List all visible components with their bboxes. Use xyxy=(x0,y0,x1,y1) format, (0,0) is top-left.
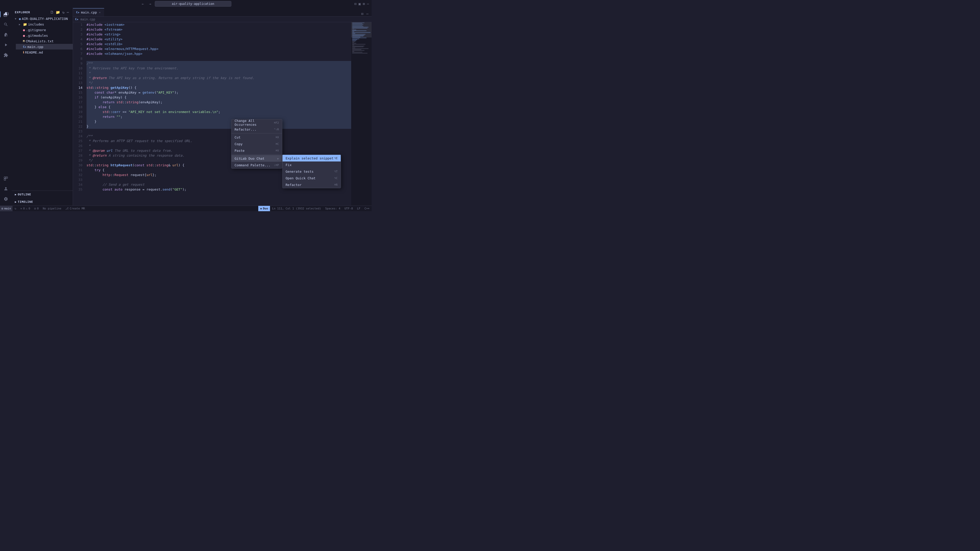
collapse-icon[interactable]: ⋯ xyxy=(66,10,70,15)
spaces-status[interactable]: Spaces: 4 xyxy=(323,206,342,211)
svg-rect-0 xyxy=(4,177,6,178)
split-editor-button[interactable]: ⊟ xyxy=(360,11,364,16)
sidebar-bottom: ▶ OUTLINE ▶ TIMELINE xyxy=(12,191,73,206)
submenu-fix[interactable]: Fix xyxy=(283,162,341,168)
sidebar-item-cmake[interactable]: ▶ M CMakeLists.txt xyxy=(16,38,73,44)
tab-file-icon: C+ xyxy=(76,11,80,14)
duo-label: Duo xyxy=(263,207,268,210)
create-mr-status[interactable]: ⎇ Create MR xyxy=(63,206,87,211)
sidebar-item-includes[interactable]: ▶ 📁 includes xyxy=(16,21,73,27)
menu-label: Change All Occurrences xyxy=(234,119,274,127)
layout-icon[interactable]: ▣ xyxy=(359,2,361,6)
includes-label: includes xyxy=(28,22,71,26)
more-icon[interactable]: ⋯ xyxy=(367,2,369,6)
code-wrapper: 1 2 3 4 5 6 7 8 9 10 11 12 13 14 15 16 1… xyxy=(73,22,372,206)
menu-command-palette[interactable]: Command Palette... ⇧⌘P xyxy=(231,162,282,168)
outline-section: ▶ OUTLINE xyxy=(12,191,73,198)
menu-shortcut: ⌘F2 xyxy=(274,121,279,124)
activity-remote[interactable] xyxy=(1,174,11,183)
menu-paste[interactable]: Paste ⌘V xyxy=(231,147,282,154)
breadcrumb-filename[interactable]: main.cpp xyxy=(80,17,95,21)
activity-settings[interactable] xyxy=(1,194,11,203)
chevron-right-icon: ▶ xyxy=(15,200,17,203)
timeline-header[interactable]: ▶ TIMELINE xyxy=(12,199,73,205)
menu-label: Copy xyxy=(234,142,242,146)
activity-account[interactable] xyxy=(1,184,11,193)
menu-gitlab-duo[interactable]: GitLab Duo Chat ▶ Explain selected snipp… xyxy=(231,155,282,162)
position-status[interactable]: Ln 111, Col 1 (3932 selected) xyxy=(270,206,323,211)
svg-rect-1 xyxy=(6,177,8,178)
chevron-down-icon: ▼ xyxy=(15,17,18,20)
menu-label: Command Palette... xyxy=(234,163,270,167)
submenu-shortcut: ⌥E xyxy=(334,157,338,160)
outline-label: OUTLINE xyxy=(18,193,32,196)
sidebar-item-gitignore[interactable]: ▶ ● .gitignore xyxy=(16,27,73,33)
outline-header[interactable]: ▶ OUTLINE xyxy=(12,192,73,197)
project-root[interactable]: ▼ ◉ AIR-QUALITY-APPLICATION xyxy=(12,16,73,21)
language-status[interactable]: C++ xyxy=(363,206,372,211)
search-bar[interactable]: air-quality-application xyxy=(155,1,231,6)
remote-icon: ⊡ xyxy=(2,207,3,210)
create-mr-label: Create MR xyxy=(70,207,85,210)
split-editor-icon[interactable]: ⊟ xyxy=(354,2,356,6)
menu-shortcut: ⌘V xyxy=(275,149,279,152)
sidebar-item-gitmodules[interactable]: ▶ ● .gitmodules xyxy=(16,33,73,38)
forward-button[interactable]: → xyxy=(148,1,153,6)
error-count: 0 xyxy=(23,207,25,210)
tab-bar: C+ main.cpp ✕ ⊟ ⋯ xyxy=(73,8,372,17)
duo-status[interactable]: ◆ Duo xyxy=(258,206,270,211)
sidebar-item-readme[interactable]: ▶ ℹ README.md xyxy=(16,49,73,55)
submenu-refactor[interactable]: Refactor ⌘R xyxy=(283,181,341,188)
menu-cut[interactable]: Cut ⌘X xyxy=(231,134,282,141)
pipeline-status[interactable]: No pipeline xyxy=(41,206,64,211)
remote-count: 0 xyxy=(37,207,39,210)
timeline-label: TIMELINE xyxy=(18,200,33,203)
context-menu-overlay: Change All Occurrences ⌘F2 Refactor... ⌃… xyxy=(73,22,372,206)
status-left: ⊡ main ↻ ✕ 0 ⚠ 0 ⊡ 0 No pipeline ⎇ Creat… xyxy=(0,206,87,211)
menu-label: Cut xyxy=(234,135,240,139)
menu-label: Refactor... xyxy=(234,127,256,131)
tab-main-cpp[interactable]: C+ main.cpp ✕ xyxy=(73,8,104,16)
remote-label: main xyxy=(4,207,11,210)
error-icon: ✕ xyxy=(21,207,22,210)
readme-label: README.md xyxy=(25,51,71,54)
main-layout: EXPLORER 🗋 📁 ↻ ⋯ ▼ ◉ AIR-QUALITY-APPLICA… xyxy=(0,8,372,206)
breadcrumb-bar: C+ main.cpp xyxy=(73,17,372,22)
activity-explorer[interactable] xyxy=(1,10,11,19)
titlebar-actions: ⊟ ▣ ⊞ ⋯ xyxy=(354,2,369,6)
submenu-quick-chat[interactable]: Open Quick Chat ⌥C xyxy=(283,175,341,181)
branch-status[interactable]: ↻ xyxy=(13,206,18,211)
encoding-status[interactable]: UTF-8 xyxy=(342,206,355,211)
menu-change-all[interactable]: Change All Occurrences ⌘F2 xyxy=(231,119,282,126)
more-tabs-button[interactable]: ⋯ xyxy=(366,11,369,16)
new-folder-icon[interactable]: 📁 xyxy=(55,10,61,15)
activity-source-control[interactable] xyxy=(1,30,11,39)
errors-status[interactable]: ✕ 0 ⚠ 0 xyxy=(18,206,32,211)
activity-run[interactable] xyxy=(1,40,11,49)
remote-status[interactable]: ⊡ main xyxy=(0,206,13,211)
submenu-shortcut: ⌥T xyxy=(334,170,338,173)
activity-extensions[interactable] xyxy=(1,51,11,60)
menu-copy[interactable]: Copy ⌘C xyxy=(231,141,282,147)
submenu-explain[interactable]: Explain selected snippet ⌥E xyxy=(283,155,341,162)
file-icon: ℹ xyxy=(23,51,24,54)
menu-refactor[interactable]: Refactor... ⌃⇧R xyxy=(231,126,282,133)
refresh-icon[interactable]: ↻ xyxy=(62,10,65,15)
remote-count-status[interactable]: ⊡ 0 xyxy=(32,206,41,211)
menu-shortcut: ⇧⌘P xyxy=(274,164,279,167)
sidebar-item-main-cpp[interactable]: ▶ C+ main.cpp xyxy=(16,44,73,49)
activity-search[interactable] xyxy=(1,20,11,29)
submenu-label: Open Quick Chat xyxy=(286,176,315,180)
line-ending-status[interactable]: LF xyxy=(355,206,363,211)
menu-separator-2 xyxy=(231,154,282,155)
layout2-icon[interactable]: ⊞ xyxy=(363,2,365,6)
back-button[interactable]: ← xyxy=(140,1,145,6)
project-name: AIR-QUALITY-APPLICATION xyxy=(22,17,71,21)
duo-icon: ◆ xyxy=(260,207,262,210)
tab-close-button[interactable]: ✕ xyxy=(99,11,101,14)
submenu-tests[interactable]: Generate tests ⌥T xyxy=(283,168,341,175)
spaces-label: Spaces: 4 xyxy=(325,207,340,210)
breadcrumb-icon: C+ xyxy=(75,17,78,21)
new-file-icon[interactable]: 🗋 xyxy=(49,10,54,15)
sync-icon: ↻ xyxy=(14,207,16,210)
